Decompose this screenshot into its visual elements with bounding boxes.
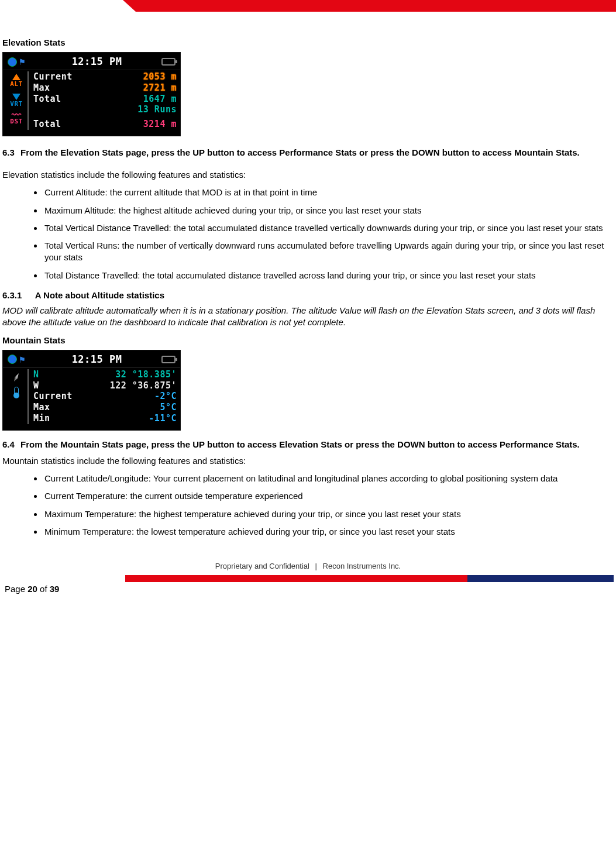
header-gap bbox=[0, 0, 123, 12]
dst-squiggle-icon: 〰 bbox=[12, 112, 22, 118]
section-6-3-1-heading: 6.3.1 A Note about Altitude statistics bbox=[2, 290, 614, 301]
page-pre: Page bbox=[5, 584, 27, 594]
page-number: Page 20 of 39 bbox=[2, 583, 614, 595]
row-current-value: 2053 m bbox=[143, 71, 177, 82]
row-n-value: 32 °18.385' bbox=[115, 369, 177, 380]
device-time: 12:15 PM bbox=[32, 353, 161, 366]
device-screenshot-mountain: ⚑ 12:15 PM N 32 °18.385' W 122 °36.875' … bbox=[2, 350, 181, 431]
footer-navy-segment bbox=[467, 575, 614, 582]
header-red-bar bbox=[0, 0, 616, 12]
row-min-value: -11°C bbox=[149, 413, 177, 424]
section-6-4-bullets: Current Latitude/Longitude: Your current… bbox=[2, 473, 614, 538]
list-item: Current Latitude/Longitude: Your current… bbox=[43, 473, 614, 484]
page-cur: 20 bbox=[27, 584, 37, 594]
heading-elevation-stats: Elevation Stats bbox=[2, 37, 614, 49]
row-total-label: Total bbox=[33, 94, 61, 105]
row-w-label: W bbox=[33, 380, 39, 391]
heading-mountain-stats: Mountain Stats bbox=[2, 335, 614, 346]
row-runs-value: 13 Runs bbox=[137, 104, 177, 115]
row-current-label: Current bbox=[33, 71, 73, 82]
bluetooth-icon: ⚑ bbox=[19, 353, 25, 366]
footer-gap bbox=[2, 575, 125, 582]
section-6-3-text: From the Elevation Stats page, press the… bbox=[20, 147, 580, 157]
section-6-4-num: 6.4 bbox=[2, 439, 15, 450]
battery-icon bbox=[161, 58, 175, 66]
row-cur-label: Current bbox=[33, 391, 73, 402]
row-max-value: 5°C bbox=[160, 402, 177, 413]
section-6-3-instruction: 6.3 From the Elevation Stats page, press… bbox=[2, 147, 614, 159]
globe-icon bbox=[8, 355, 17, 364]
device-rows: N 32 °18.385' W 122 °36.875' Current -2°… bbox=[27, 369, 177, 424]
row-total-value: 1647 m bbox=[143, 94, 177, 105]
row-n-label: N bbox=[33, 369, 39, 380]
footer-red-segment bbox=[125, 575, 467, 582]
thermometer-icon bbox=[14, 387, 19, 397]
vrt-down-icon bbox=[12, 94, 20, 100]
row-dst-total-label: Total bbox=[33, 119, 61, 130]
header-red-fill bbox=[136, 0, 616, 12]
device-sidebar-icons: ALT VRT 〰 DST bbox=[5, 71, 27, 130]
page-footer: Proprietary and Confidential | Recon Ins… bbox=[2, 561, 614, 595]
device-body: ALT VRT 〰 DST Current 2053 m Max 2721 m … bbox=[3, 70, 180, 136]
section-6-3-1-num: 6.3.1 bbox=[2, 290, 33, 301]
alt-label: ALT bbox=[10, 80, 22, 89]
compass-icon bbox=[10, 371, 23, 384]
row-dst-total-value: 3214 m bbox=[143, 119, 177, 130]
section-6-3-intro: Elevation statistics include the followi… bbox=[2, 169, 614, 181]
device-body: N 32 °18.385' W 122 °36.875' Current -2°… bbox=[3, 368, 180, 430]
device-rows: Current 2053 m Max 2721 m Total 1647 m 1… bbox=[27, 71, 177, 130]
device-sidebar-icons bbox=[5, 369, 27, 424]
list-item: Total Vertical Runs: the number of verti… bbox=[43, 240, 614, 264]
footer-company: Recon Instruments Inc. bbox=[323, 562, 401, 570]
section-6-3-bullets: Current Altitude: the current altitude t… bbox=[2, 187, 614, 281]
footer-proprietary: Proprietary and Confidential bbox=[215, 562, 309, 570]
list-item: Current Temperature: the current outside… bbox=[43, 490, 614, 502]
header-red-diagonal bbox=[123, 0, 136, 12]
row-max-label: Max bbox=[33, 82, 50, 94]
row-min-label: Min bbox=[33, 413, 50, 424]
list-item: Minimum Temperature: the lowest temperat… bbox=[43, 526, 614, 538]
list-item: Maximum Temperature: the highest tempera… bbox=[43, 508, 614, 520]
alt-up-icon bbox=[12, 74, 20, 80]
list-item: Current Altitude: the current altitude t… bbox=[43, 187, 614, 198]
section-6-3-1-body: MOD will calibrate altitude automaticall… bbox=[2, 305, 614, 329]
dst-label: DST bbox=[10, 118, 22, 126]
device-screenshot-elevation: ⚑ 12:15 PM ALT VRT 〰 DST Current 2053 m … bbox=[2, 52, 181, 136]
globe-icon bbox=[8, 57, 17, 67]
row-w-value: 122 °36.875' bbox=[110, 380, 177, 391]
section-6-4-intro: Mountain statistics include the followin… bbox=[2, 455, 614, 467]
section-6-4-text: From the Mountain Stats page, press the … bbox=[20, 439, 580, 449]
list-item: Total Distance Travelled: the total accu… bbox=[43, 270, 614, 281]
footer-color-bar bbox=[2, 575, 614, 582]
page-content: Elevation Stats ⚑ 12:15 PM ALT VRT 〰 DST… bbox=[0, 12, 616, 601]
row-max-label: Max bbox=[33, 402, 50, 413]
list-item: Maximum Altitude: the highest altitude a… bbox=[43, 205, 614, 216]
page-tot: 39 bbox=[50, 584, 60, 594]
vrt-label: VRT bbox=[10, 100, 22, 109]
device-status-bar: ⚑ 12:15 PM bbox=[3, 53, 180, 70]
section-6-4-instruction: 6.4 From the Mountain Stats page, press … bbox=[2, 439, 614, 450]
battery-icon bbox=[161, 356, 175, 363]
section-6-3-1-title: A Note about Altitude statistics bbox=[35, 290, 164, 300]
list-item: Total Vertical Distance Travelled: the t… bbox=[43, 222, 614, 234]
page-mid: of bbox=[37, 584, 50, 594]
device-status-bar: ⚑ 12:15 PM bbox=[3, 350, 180, 368]
footer-sep: | bbox=[315, 562, 317, 570]
row-max-value: 2721 m bbox=[143, 82, 177, 94]
section-6-3-num: 6.3 bbox=[2, 147, 15, 159]
row-cur-value: -2°C bbox=[154, 391, 177, 402]
device-time: 12:15 PM bbox=[32, 55, 161, 68]
bluetooth-icon: ⚑ bbox=[19, 56, 25, 68]
footer-proprietary-line: Proprietary and Confidential | Recon Ins… bbox=[2, 561, 614, 572]
